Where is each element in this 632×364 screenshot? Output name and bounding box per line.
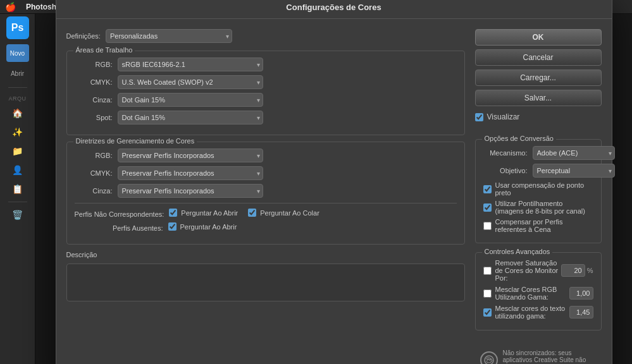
perguntar-abrir-1-label[interactable]: Perguntar Ao Abrir <box>169 209 238 217</box>
left-panel: Definições: Personalizadas Áreas de Trab… <box>66 29 465 364</box>
description-title: Descrição <box>66 251 465 258</box>
cancel-button[interactable]: Cancelar <box>475 49 602 66</box>
ps-logo: Ps <box>6 16 29 39</box>
mesclar-texto-input[interactable]: 1,45 <box>569 306 593 318</box>
cm-cinza-select[interactable]: Preservar Perfis Incorporados <box>118 184 263 198</box>
perfis-ausentes-label: Perfis Ausentes: <box>75 224 163 232</box>
remover-saturacao-text: Remover Saturação de Cores do Monitor Po… <box>495 259 559 282</box>
save-button[interactable]: Salvar... <box>475 90 602 106</box>
sidebar-clipboard-icon[interactable]: 📋 <box>6 180 29 198</box>
remover-saturacao-percent: % <box>587 267 593 274</box>
definitions-select[interactable]: Personalizadas <box>106 29 232 43</box>
cm-cinza-label: Cinza: <box>75 187 113 195</box>
sidebar-home-icon[interactable]: 🏠 <box>6 104 29 122</box>
objetivo-select-wrapper: Perceptual <box>533 164 615 178</box>
main-area: Configurações de Cores Definições: Perso… <box>35 14 632 364</box>
perfis-nao-row: Perfis Não Correspondentes: Perguntar Ao… <box>75 209 457 220</box>
right-panel: OK Cancelar Carregar... Salvar... Visual… <box>475 29 602 364</box>
visualizar-checkbox[interactable] <box>475 113 483 121</box>
remover-saturacao-input[interactable]: 20 <box>561 264 585 277</box>
visualizar-label: Visualizar <box>487 112 520 121</box>
utilizar-pontilhamento-checkbox[interactable] <box>483 203 492 212</box>
dialog-body: Definições: Personalizadas Áreas de Trab… <box>56 19 612 364</box>
compensar-perfis-label[interactable]: Compensar por Perfis referentes à Cena <box>483 218 593 233</box>
perfis-nao-checks: Perguntar Ao Abrir Perguntar Ao Colar <box>169 209 319 220</box>
definitions-label: Definições: <box>66 32 101 40</box>
perfis-ausentes-row: Perfis Ausentes: Perguntar Ao Abrir <box>75 222 457 234</box>
spot-label: Spot: <box>75 114 113 121</box>
mesclar-rgb-input[interactable]: 1,00 <box>569 287 593 300</box>
usar-compensacao-text: Usar compensação de ponto preto <box>495 181 593 197</box>
mesclar-texto-text: Mesclar cores do texto utilizando gama: <box>495 305 567 320</box>
usar-compensacao-checkbox[interactable] <box>483 185 492 193</box>
perguntar-abrir-2-label[interactable]: Perguntar Ao Abrir <box>168 222 237 231</box>
sidebar-user-icon[interactable]: 👤 <box>6 161 29 179</box>
sync-icon <box>480 351 498 365</box>
work-areas-title: Áreas de Trabalho <box>73 46 135 54</box>
rgb-select[interactable]: sRGB IEC61966-2.1 <box>118 58 263 71</box>
definitions-row: Definições: Personalizadas <box>66 29 465 43</box>
perguntar-abrir-2-checkbox[interactable] <box>168 222 177 231</box>
utilizar-pontilhamento-label[interactable]: Utilizar Pontilhamento (imagens de 8-bit… <box>483 200 593 215</box>
dialog-overlay: Configurações de Cores Definições: Perso… <box>35 14 632 364</box>
apple-menu[interactable]: 🍎 <box>5 2 16 12</box>
color-management-title: Diretrizes de Gerenciamento de Cores <box>73 137 197 145</box>
perguntar-colar-label[interactable]: Perguntar Ao Colar <box>248 209 319 217</box>
cm-cinza-select-wrapper: Preservar Perfis Incorporados <box>118 184 263 198</box>
compensar-perfis-checkbox[interactable] <box>483 222 492 230</box>
cinza-select-wrapper: Dot Gain 15% <box>118 93 263 107</box>
usar-compensacao-label[interactable]: Usar compensação de ponto preto <box>483 181 593 197</box>
definitions-select-wrapper: Personalizadas <box>106 29 232 43</box>
mesclar-texto-row: Mesclar cores do texto utilizando gama: … <box>483 305 593 320</box>
cm-cmyk-label: CMYK: <box>75 169 113 177</box>
mesclar-rgb-checkbox[interactable] <box>483 289 492 298</box>
cmyk-select[interactable]: U.S. Web Coated (SWOP) v2 <box>118 75 263 89</box>
color-settings-dialog: Configurações de Cores Definições: Perso… <box>56 0 612 364</box>
rgb-select-wrapper: sRGB IEC61966-2.1 <box>118 58 263 71</box>
load-button[interactable]: Carregar... <box>475 70 602 86</box>
cm-rgb-select-wrapper: Preservar Perfis Incorporados <box>118 149 263 162</box>
open-button[interactable]: Abrir <box>6 64 29 82</box>
cinza-select[interactable]: Dot Gain 15% <box>118 93 263 107</box>
cm-cmyk-row: CMYK: Preservar Perfis Incorporados <box>75 166 457 180</box>
controles-avancados-title: Controles Avançados <box>482 248 553 255</box>
spot-row: Spot: Dot Gain 15% <box>75 111 457 124</box>
remover-saturacao-row: Remover Saturação de Cores do Monitor Po… <box>483 259 593 282</box>
spot-select[interactable]: Dot Gain 15% <box>118 111 263 124</box>
mesclar-texto-checkbox[interactable] <box>483 308 492 317</box>
ok-button[interactable]: OK <box>475 29 602 46</box>
cm-rgb-label: RGB: <box>75 152 113 159</box>
sidebar-sparkle-icon[interactable]: ✨ <box>6 123 29 141</box>
not-synced-row: Não sincronizados: seus aplicativos Crea… <box>475 346 602 364</box>
rgb-row: RGB: sRGB IEC61966-2.1 <box>75 58 457 71</box>
not-synced-text: Não sincronizados: seus aplicativos Crea… <box>503 349 597 364</box>
mecanismo-select[interactable]: Adobe (ACE) <box>533 146 615 160</box>
new-button[interactable]: Novo <box>6 44 29 62</box>
perguntar-abrir-1-text: Perguntar Ao Abrir <box>181 209 238 217</box>
mesclar-rgb-text: Mesclar Cores RGB Utilizando Gama: <box>495 286 567 301</box>
ps-sidebar: Ps Novo Abrir ARQU 🏠 ✨ 📁 👤 📋 🗑️ <box>0 14 35 364</box>
perguntar-colar-text: Perguntar Ao Colar <box>260 209 319 217</box>
perguntar-colar-checkbox[interactable] <box>248 209 256 217</box>
sidebar-section-arq: ARQU <box>8 95 26 102</box>
sidebar-divider-1 <box>8 87 27 88</box>
controles-avancados-section: Controles Avançados Remover Saturação de… <box>475 252 602 331</box>
objetivo-select[interactable]: Perceptual <box>533 164 615 178</box>
compensar-perfis-text: Compensar por Perfis referentes à Cena <box>495 218 593 233</box>
cm-cmyk-select[interactable]: Preservar Perfis Incorporados <box>118 166 263 180</box>
perguntar-abrir-1-checkbox[interactable] <box>169 209 177 217</box>
conversion-options-section: Opções de Conversão Mecanismo: Adobe (AC… <box>475 139 602 243</box>
sidebar-folder-icon[interactable]: 📁 <box>6 142 29 160</box>
objetivo-label: Objetivo: <box>483 167 528 174</box>
mecanismo-row: Mecanismo: Adobe (ACE) <box>483 146 593 160</box>
sidebar-trash-icon[interactable]: 🗑️ <box>6 206 29 224</box>
cmyk-label: CMYK: <box>75 78 113 86</box>
sidebar-divider-2 <box>8 202 27 202</box>
cinza-row: Cinza: Dot Gain 15% <box>75 93 457 107</box>
cmyk-row: CMYK: U.S. Web Coated (SWOP) v2 <box>75 75 457 89</box>
cm-rgb-row: RGB: Preservar Perfis Incorporados <box>75 149 457 162</box>
remover-saturacao-checkbox[interactable] <box>483 267 492 275</box>
cinza-label: Cinza: <box>75 96 113 104</box>
objetivo-row: Objetivo: Perceptual <box>483 164 593 178</box>
cm-rgb-select[interactable]: Preservar Perfis Incorporados <box>118 149 263 162</box>
